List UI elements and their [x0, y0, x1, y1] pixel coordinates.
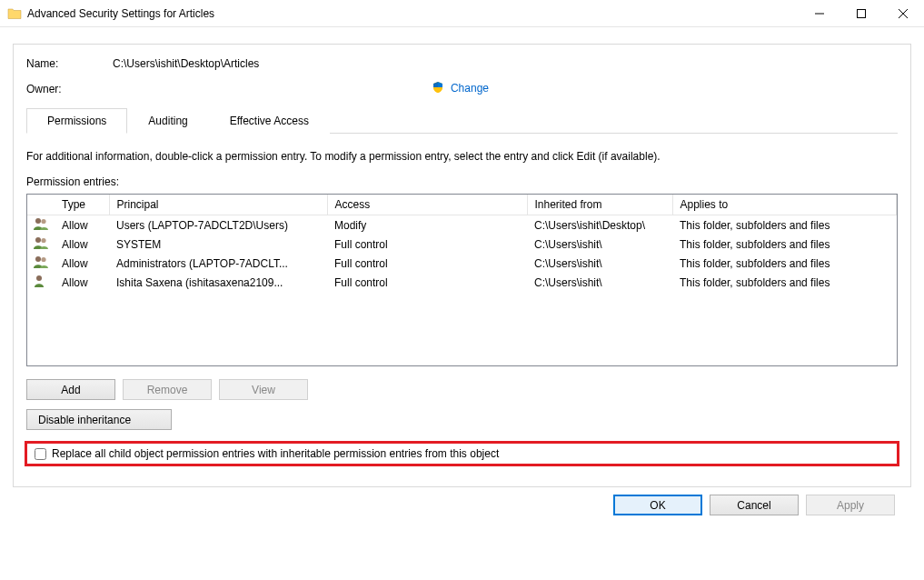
cell-inherited: C:\Users\ishit\Desktop\	[527, 215, 672, 235]
row-icon	[27, 235, 55, 254]
cell-principal: SYSTEM	[109, 235, 327, 254]
add-button[interactable]: Add	[26, 379, 115, 400]
cell-applies: This folder, subfolders and files	[672, 254, 897, 273]
svg-point-3	[35, 237, 41, 243]
row-icon	[27, 273, 55, 292]
cell-type: Allow	[55, 254, 109, 273]
svg-point-1	[35, 218, 41, 224]
ok-button[interactable]: OK	[613, 495, 702, 515]
replace-children-checkbox[interactable]	[35, 448, 46, 460]
svg-point-5	[35, 256, 41, 262]
cell-principal: Administrators (LAPTOP-7ADCLT...	[109, 254, 327, 273]
col-access[interactable]: Access	[327, 195, 527, 215]
col-inherited[interactable]: Inherited from	[527, 195, 672, 215]
cell-access: Full control	[327, 235, 527, 254]
shield-icon	[432, 81, 444, 96]
col-applies[interactable]: Applies to	[672, 195, 897, 215]
table-row[interactable]: AllowSYSTEMFull controlC:\Users\ishit\Th…	[27, 235, 897, 254]
minimize-button[interactable]	[799, 0, 840, 27]
table-row[interactable]: AllowAdministrators (LAPTOP-7ADCLT...Ful…	[27, 254, 897, 273]
svg-point-4	[41, 238, 45, 243]
main-frame: Name: C:\Users\ishit\Desktop\Articles Ow…	[13, 44, 911, 487]
svg-point-7	[36, 275, 42, 281]
maximize-button[interactable]	[840, 0, 882, 27]
cell-inherited: C:\Users\ishit\	[527, 235, 672, 254]
cancel-button[interactable]: Cancel	[710, 495, 799, 515]
permission-table[interactable]: Type Principal Access Inherited from App…	[26, 194, 898, 366]
cell-inherited: C:\Users\ishit\	[527, 273, 672, 292]
name-value: C:\Users\ishit\Desktop\Articles	[113, 57, 259, 70]
apply-button[interactable]: Apply	[806, 495, 895, 515]
cell-access: Full control	[327, 254, 527, 273]
col-principal[interactable]: Principal	[109, 195, 327, 215]
tabs: Permissions Auditing Effective Access	[26, 107, 898, 134]
col-type[interactable]: Type	[55, 195, 109, 215]
cell-applies: This folder, subfolders and files	[672, 215, 897, 235]
owner-label: Owner:	[26, 83, 113, 95]
cell-applies: This folder, subfolders and files	[672, 235, 897, 254]
row-icon	[27, 254, 55, 273]
replace-children-label: Replace all child object permission entr…	[52, 447, 499, 460]
replace-children-highlight: Replace all child object permission entr…	[25, 441, 899, 466]
svg-rect-0	[858, 9, 866, 17]
tab-auditing[interactable]: Auditing	[127, 108, 208, 134]
cell-principal: Users (LAPTOP-7ADCLT2D\Users)	[109, 215, 327, 235]
disable-inheritance-button[interactable]: Disable inheritance	[26, 409, 172, 430]
cell-access: Full control	[327, 273, 527, 292]
svg-point-6	[41, 257, 45, 262]
table-row[interactable]: AllowIshita Saxena (ishitasaxena2109...F…	[27, 273, 897, 292]
cell-applies: This folder, subfolders and files	[672, 273, 897, 292]
cell-principal: Ishita Saxena (ishitasaxena2109...	[109, 273, 327, 292]
col-icon[interactable]	[27, 195, 55, 215]
table-row[interactable]: AllowUsers (LAPTOP-7ADCLT2D\Users)Modify…	[27, 215, 897, 235]
window-title: Advanced Security Settings for Articles	[27, 7, 799, 20]
change-owner-link[interactable]: Change	[451, 82, 489, 95]
row-icon	[27, 215, 55, 235]
cell-inherited: C:\Users\ishit\	[527, 254, 672, 273]
cell-type: Allow	[55, 215, 109, 235]
tab-effective-access[interactable]: Effective Access	[209, 108, 330, 134]
svg-point-2	[41, 219, 45, 224]
folder-icon	[7, 6, 22, 21]
name-label: Name:	[26, 57, 113, 70]
remove-button[interactable]: Remove	[123, 379, 212, 400]
view-button[interactable]: View	[219, 379, 308, 400]
close-button[interactable]	[882, 0, 924, 27]
tab-permissions[interactable]: Permissions	[26, 108, 127, 134]
cell-access: Modify	[327, 215, 527, 235]
info-text: For additional information, double-click…	[26, 150, 898, 163]
cell-type: Allow	[55, 273, 109, 292]
titlebar: Advanced Security Settings for Articles	[0, 0, 924, 27]
entries-label: Permission entries:	[26, 175, 898, 188]
cell-type: Allow	[55, 235, 109, 254]
